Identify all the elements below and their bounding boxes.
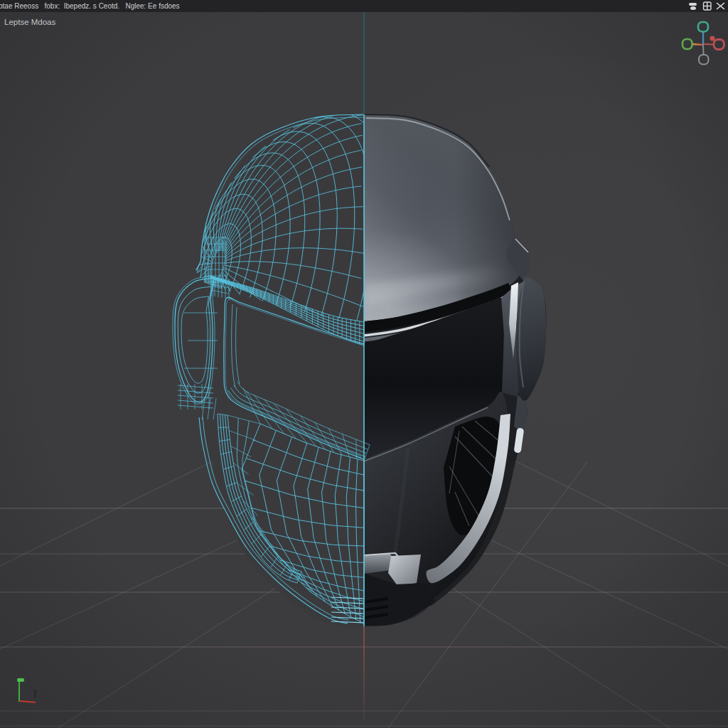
svg-text:Leptse Mdoas: Leptse Mdoas — [4, 18, 55, 26]
svg-text:btae Reeoss fobx: Ibepedz.: btae Reeoss fobx: Ibepedz. s Ceotd. Ngle… — [0, 2, 180, 10]
